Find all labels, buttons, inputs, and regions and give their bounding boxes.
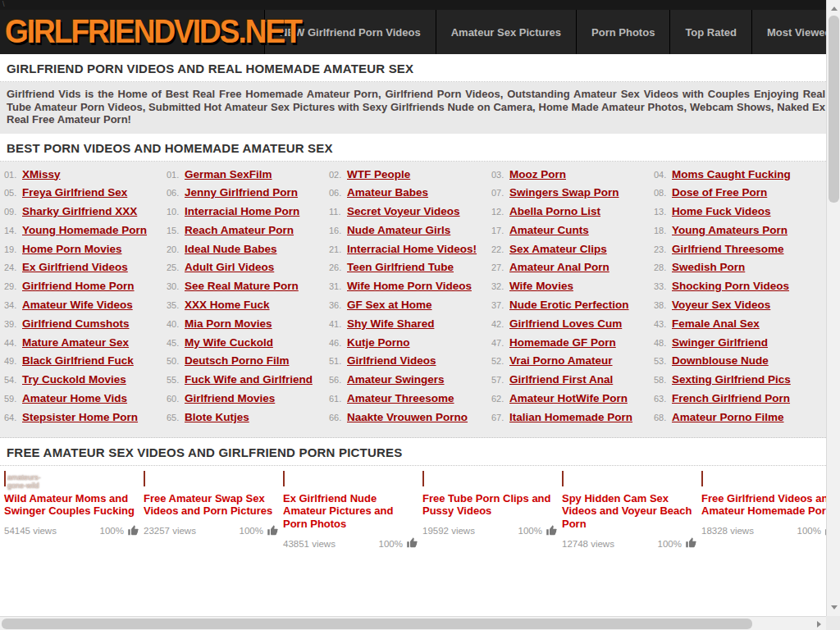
item-number: 45. <box>167 338 185 348</box>
directory-link[interactable]: Sexting Girlfriend Pics <box>672 373 791 386</box>
thumbnail-caption-link[interactable]: Free Girlfriend Videos and Amateur Homem… <box>701 492 838 518</box>
directory-link[interactable]: Female Anal Sex <box>672 317 760 330</box>
directory-link[interactable]: Voyeur Sex Videos <box>672 299 770 311</box>
nav-item[interactable]: Top Rated <box>669 10 751 54</box>
directory-item: 26.Teen Girlfriend Tube <box>329 261 491 280</box>
directory-link[interactable]: Amateur Babes <box>347 186 428 199</box>
directory-link[interactable]: Dose of Free Porn <box>672 186 767 199</box>
directory-link[interactable]: Home Porn Movies <box>22 243 122 255</box>
directory-link[interactable]: Girlfriend Videos <box>347 354 436 367</box>
directory-link[interactable]: Shocking Porn Videos <box>672 280 789 292</box>
directory-link[interactable]: Amateur Wife Videos <box>22 299 133 311</box>
directory-link[interactable]: Blote Kutjes <box>185 411 249 423</box>
site-logo[interactable]: GIRLFRIENDVIDS.NET <box>5 12 301 51</box>
directory-link[interactable]: Young Homemade Porn <box>22 224 147 236</box>
directory-link[interactable]: Downblouse Nude <box>672 354 769 367</box>
directory-link[interactable]: Secret Voyeur Videos <box>347 205 460 217</box>
directory-link[interactable]: Girlfriend Home Porn <box>22 280 135 292</box>
scroll-right-button[interactable] <box>812 617 826 630</box>
item-number: 46. <box>329 338 347 348</box>
directory-link[interactable]: Black Girlfriend Fuck <box>22 354 134 367</box>
directory-link[interactable]: Nude Amateur Girls <box>347 224 450 236</box>
video-thumbnail[interactable] <box>283 471 285 486</box>
directory-link[interactable]: Sharky Girlfriend XXX <box>22 205 137 217</box>
directory-link[interactable]: Girlfriend Threesome <box>672 243 784 255</box>
video-thumbnail[interactable]: amateurs-gone-wild <box>4 471 6 486</box>
directory-link[interactable]: Deutsch Porno Film <box>185 354 290 367</box>
directory-link[interactable]: Mature Amateur Sex <box>22 336 129 349</box>
directory-link[interactable]: Nude Erotic Perfection <box>509 299 629 311</box>
directory-link[interactable]: Amateur Threesome <box>347 392 454 404</box>
directory-item: 33.Shocking Porn Videos <box>654 280 816 299</box>
scroll-down-button[interactable] <box>827 600 840 614</box>
directory-link[interactable]: Swedish Porn <box>672 261 745 273</box>
directory-link[interactable]: Ex Girlfriend Videos <box>22 261 128 273</box>
directory-link[interactable]: Wife Movies <box>509 280 573 292</box>
directory-link[interactable]: Kutje Porno <box>347 336 410 349</box>
video-thumbnail[interactable] <box>701 471 703 486</box>
directory-link[interactable]: Mia Porn Movies <box>185 317 272 330</box>
vertical-scroll-thumb[interactable] <box>829 16 839 203</box>
directory-link[interactable]: Wife Home Porn Videos <box>347 280 472 292</box>
directory-link[interactable]: Try Cuckold Movies <box>22 373 126 386</box>
thumbnail-caption-link[interactable]: Free Tube Porn Clips and Pussy Videos <box>422 492 559 518</box>
thumbnail-caption-link[interactable]: Ex Girlfriend Nude Amateur Pictures and … <box>283 492 419 531</box>
directory-link[interactable]: Girlfriend Loves Cum <box>509 317 622 330</box>
directory-link[interactable]: Girlfriend Movies <box>185 392 275 404</box>
thumbnail-caption-link[interactable]: Wild Amateur Moms and Swinger Couples Fu… <box>4 492 140 518</box>
directory-link[interactable]: Ideal Nude Babes <box>185 243 277 255</box>
directory-link[interactable]: XMissy <box>22 168 61 180</box>
directory-link[interactable]: Sex Amateur Clips <box>509 243 607 255</box>
directory-link[interactable]: Moms Caught Fucking <box>672 168 791 180</box>
nav-item[interactable]: Porn Photos <box>576 10 669 54</box>
directory-item: 61.Amateur Threesome <box>329 392 491 411</box>
directory-link[interactable]: Vrai Porno Amateur <box>509 354 613 367</box>
directory-link[interactable]: Stepsister Home Porn <box>22 411 138 423</box>
directory-link[interactable]: Italian Homemade Porn <box>509 411 632 423</box>
directory-link[interactable]: Fuck Wife and Girlfriend <box>185 373 313 386</box>
directory-link[interactable]: Mooz Porn <box>509 168 566 180</box>
video-thumbnail[interactable] <box>144 471 145 486</box>
directory-link[interactable]: Abella Porno List <box>509 205 600 217</box>
video-thumbnail[interactable] <box>422 471 424 486</box>
directory-link[interactable]: Amateur Home Vids <box>22 392 127 404</box>
scroll-up-button[interactable] <box>827 2 840 16</box>
directory-link[interactable]: WTF People <box>347 168 410 180</box>
directory-link[interactable]: Girlfriend Cumshots <box>22 317 130 330</box>
vertical-scrollbar[interactable] <box>826 0 840 616</box>
directory-link[interactable]: Adult Girl Videos <box>185 261 274 273</box>
directory-link[interactable]: Freya Girlfriend Sex <box>22 186 127 199</box>
directory-link[interactable]: Shy Wife Shared <box>347 317 434 330</box>
directory-link[interactable]: Home Fuck Videos <box>672 205 771 217</box>
directory-link[interactable]: XXX Home Fuck <box>185 299 270 311</box>
gallery-card: Spy Hidden Cam Sex Videos and Voyeur Bea… <box>562 472 698 551</box>
horizontal-scrollbar[interactable] <box>0 616 826 630</box>
directory-link[interactable]: Swingers Swap Porn <box>509 186 619 199</box>
thumbnail-caption-link[interactable]: Spy Hidden Cam Sex Videos and Voyeur Bea… <box>562 492 698 531</box>
directory-link[interactable]: Amateur Cunts <box>509 224 589 236</box>
directory-link[interactable]: German SexFilm <box>185 168 272 180</box>
directory-link[interactable]: See Real Mature Porn <box>185 280 299 292</box>
directory-link[interactable]: Reach Amateur Porn <box>185 224 294 236</box>
directory-link[interactable]: Interracial Home Porn <box>185 205 299 217</box>
directory-link[interactable]: Young Amateurs Porn <box>672 224 788 236</box>
directory-link[interactable]: Interracial Home Videos! <box>347 243 477 255</box>
directory-link[interactable]: Swinger Girlfriend <box>672 336 768 349</box>
directory-link[interactable]: Naakte Vrouwen Porno <box>347 411 468 423</box>
nav-item[interactable]: Amateur Sex Pictures <box>436 10 576 54</box>
directory-link[interactable]: Amateur HotWife Porn <box>509 392 628 404</box>
directory-link[interactable]: My Wife Cuckold <box>185 336 273 349</box>
horizontal-scroll-thumb[interactable] <box>2 619 752 629</box>
directory-item: 10.Interracial Home Porn <box>167 205 329 224</box>
directory-link[interactable]: Amateur Swingers <box>347 373 445 386</box>
video-thumbnail[interactable] <box>562 471 564 486</box>
directory-link[interactable]: French Girlfriend Porn <box>672 392 790 404</box>
directory-link[interactable]: Amateur Anal Porn <box>509 261 609 273</box>
directory-link[interactable]: Homemade GF Porn <box>509 336 616 349</box>
directory-link[interactable]: Teen Girlfriend Tube <box>347 261 454 273</box>
thumbnail-caption-link[interactable]: Free Amateur Swap Sex Videos and Porn Pi… <box>144 492 280 518</box>
directory-link[interactable]: Amateur Porno Filme <box>672 411 784 423</box>
directory-link[interactable]: Girlfriend First Anal <box>509 373 613 386</box>
directory-link[interactable]: GF Sex at Home <box>347 299 432 311</box>
directory-link[interactable]: Jenny Girlfriend Porn <box>185 186 298 199</box>
